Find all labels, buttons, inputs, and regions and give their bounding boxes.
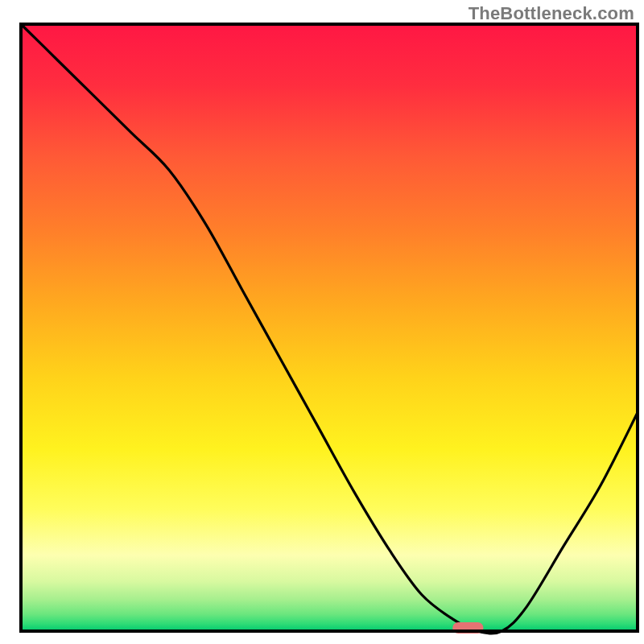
watermark-text: TheBottleneck.com (469, 3, 634, 24)
bottleneck-chart (0, 0, 644, 644)
chart-container: TheBottleneck.com (0, 0, 644, 644)
